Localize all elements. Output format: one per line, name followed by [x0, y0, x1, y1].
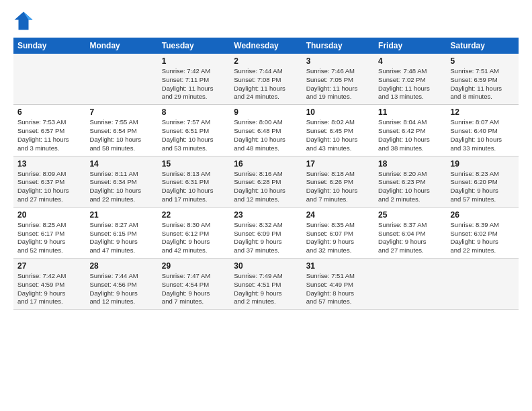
calendar-table: SundayMondayTuesdayWednesdayThursdayFrid…: [13, 38, 519, 310]
calendar-cell: 13Sunrise: 8:09 AM Sunset: 6:37 PM Dayli…: [13, 156, 85, 207]
calendar-cell: 15Sunrise: 8:13 AM Sunset: 6:31 PM Dayli…: [158, 156, 230, 207]
calendar-cell: 12Sunrise: 8:07 AM Sunset: 6:40 PM Dayli…: [447, 105, 519, 156]
day-info: Sunrise: 7:57 AM Sunset: 6:51 PM Dayligh…: [162, 118, 226, 152]
calendar-cell: 7Sunrise: 7:55 AM Sunset: 6:54 PM Daylig…: [85, 105, 157, 156]
page: SundayMondayTuesdayWednesdayThursdayFrid…: [0, 0, 532, 316]
col-header-thursday: Thursday: [302, 38, 374, 54]
calendar-cell: 8Sunrise: 7:57 AM Sunset: 6:51 PM Daylig…: [158, 105, 230, 156]
logo-icon: [13, 11, 34, 31]
logo: [13, 11, 35, 31]
day-number: 21: [89, 210, 153, 220]
day-info: Sunrise: 8:02 AM Sunset: 6:45 PM Dayligh…: [306, 118, 370, 152]
day-number: 2: [234, 56, 298, 66]
col-header-tuesday: Tuesday: [158, 38, 230, 54]
day-number: 5: [451, 56, 515, 66]
day-number: 4: [378, 56, 442, 66]
day-info: Sunrise: 8:07 AM Sunset: 6:40 PM Dayligh…: [451, 118, 515, 152]
day-info: Sunrise: 8:25 AM Sunset: 6:17 PM Dayligh…: [17, 221, 81, 255]
calendar-cell: 25Sunrise: 8:37 AM Sunset: 6:04 PM Dayli…: [374, 207, 446, 258]
day-number: 28: [89, 261, 153, 271]
day-number: 30: [234, 261, 298, 271]
day-number: 3: [306, 56, 370, 66]
calendar-cell: 23Sunrise: 8:32 AM Sunset: 6:09 PM Dayli…: [230, 207, 302, 258]
calendar-cell: 24Sunrise: 8:35 AM Sunset: 6:07 PM Dayli…: [302, 207, 374, 258]
day-number: 26: [451, 210, 515, 220]
day-info: Sunrise: 8:23 AM Sunset: 6:20 PM Dayligh…: [451, 170, 515, 204]
calendar-cell: 29Sunrise: 7:47 AM Sunset: 4:54 PM Dayli…: [158, 259, 230, 310]
calendar-cell: 22Sunrise: 8:30 AM Sunset: 6:12 PM Dayli…: [158, 207, 230, 258]
day-number: 1: [162, 56, 226, 66]
calendar-cell: 20Sunrise: 8:25 AM Sunset: 6:17 PM Dayli…: [13, 207, 85, 258]
calendar-cell: 5Sunrise: 7:51 AM Sunset: 6:59 PM Daylig…: [447, 54, 519, 105]
calendar-cell: 14Sunrise: 8:11 AM Sunset: 6:34 PM Dayli…: [85, 156, 157, 207]
calendar-cell: 6Sunrise: 7:53 AM Sunset: 6:57 PM Daylig…: [13, 105, 85, 156]
calendar-cell: 27Sunrise: 7:42 AM Sunset: 4:59 PM Dayli…: [13, 259, 85, 310]
col-header-friday: Friday: [374, 38, 446, 54]
day-info: Sunrise: 8:32 AM Sunset: 6:09 PM Dayligh…: [234, 221, 298, 255]
day-number: 20: [17, 210, 81, 220]
calendar-cell: 16Sunrise: 8:16 AM Sunset: 6:28 PM Dayli…: [230, 156, 302, 207]
calendar-cell: 9Sunrise: 8:00 AM Sunset: 6:48 PM Daylig…: [230, 105, 302, 156]
day-number: 29: [162, 261, 226, 271]
col-header-sunday: Sunday: [13, 38, 85, 54]
day-info: Sunrise: 7:53 AM Sunset: 6:57 PM Dayligh…: [17, 118, 81, 152]
day-info: Sunrise: 7:42 AM Sunset: 7:11 PM Dayligh…: [162, 67, 226, 101]
day-number: 16: [234, 159, 298, 169]
day-number: 11: [378, 107, 442, 117]
day-info: Sunrise: 7:51 AM Sunset: 6:59 PM Dayligh…: [451, 67, 515, 101]
calendar-cell: 3Sunrise: 7:46 AM Sunset: 7:05 PM Daylig…: [302, 54, 374, 105]
day-info: Sunrise: 7:46 AM Sunset: 7:05 PM Dayligh…: [306, 67, 370, 101]
calendar-cell: 21Sunrise: 8:27 AM Sunset: 6:15 PM Dayli…: [85, 207, 157, 258]
calendar-header-row: SundayMondayTuesdayWednesdayThursdayFrid…: [13, 38, 519, 54]
calendar-week-row: 13Sunrise: 8:09 AM Sunset: 6:37 PM Dayli…: [13, 156, 519, 207]
calendar-cell: 31Sunrise: 7:51 AM Sunset: 4:49 PM Dayli…: [302, 259, 374, 310]
day-info: Sunrise: 8:18 AM Sunset: 6:26 PM Dayligh…: [306, 170, 370, 204]
day-number: 8: [162, 107, 226, 117]
calendar-cell: [447, 259, 519, 310]
day-info: Sunrise: 7:49 AM Sunset: 4:51 PM Dayligh…: [234, 272, 298, 306]
calendar-cell: [13, 54, 85, 105]
calendar-cell: 30Sunrise: 7:49 AM Sunset: 4:51 PM Dayli…: [230, 259, 302, 310]
day-number: 10: [306, 107, 370, 117]
day-info: Sunrise: 8:30 AM Sunset: 6:12 PM Dayligh…: [162, 221, 226, 255]
calendar-week-row: 20Sunrise: 8:25 AM Sunset: 6:17 PM Dayli…: [13, 207, 519, 258]
calendar-cell: 11Sunrise: 8:04 AM Sunset: 6:42 PM Dayli…: [374, 105, 446, 156]
day-number: 14: [89, 159, 153, 169]
day-number: 31: [306, 261, 370, 271]
day-info: Sunrise: 7:44 AM Sunset: 4:56 PM Dayligh…: [89, 272, 153, 306]
day-number: 9: [234, 107, 298, 117]
day-info: Sunrise: 8:20 AM Sunset: 6:23 PM Dayligh…: [378, 170, 442, 204]
day-info: Sunrise: 7:47 AM Sunset: 4:54 PM Dayligh…: [162, 272, 226, 306]
day-info: Sunrise: 7:42 AM Sunset: 4:59 PM Dayligh…: [17, 272, 81, 306]
day-info: Sunrise: 7:51 AM Sunset: 4:49 PM Dayligh…: [306, 272, 370, 306]
col-header-saturday: Saturday: [447, 38, 519, 54]
day-number: 13: [17, 159, 81, 169]
calendar-cell: [374, 259, 446, 310]
day-number: 6: [17, 107, 81, 117]
day-number: 27: [17, 261, 81, 271]
calendar-cell: 18Sunrise: 8:20 AM Sunset: 6:23 PM Dayli…: [374, 156, 446, 207]
day-info: Sunrise: 8:35 AM Sunset: 6:07 PM Dayligh…: [306, 221, 370, 255]
day-info: Sunrise: 8:00 AM Sunset: 6:48 PM Dayligh…: [234, 118, 298, 152]
day-info: Sunrise: 7:48 AM Sunset: 7:02 PM Dayligh…: [378, 67, 442, 101]
day-number: 23: [234, 210, 298, 220]
day-info: Sunrise: 8:27 AM Sunset: 6:15 PM Dayligh…: [89, 221, 153, 255]
calendar-cell: 17Sunrise: 8:18 AM Sunset: 6:26 PM Dayli…: [302, 156, 374, 207]
day-number: 15: [162, 159, 226, 169]
day-number: 25: [378, 210, 442, 220]
day-number: 19: [451, 159, 515, 169]
calendar-cell: 28Sunrise: 7:44 AM Sunset: 4:56 PM Dayli…: [85, 259, 157, 310]
svg-marker-0: [15, 12, 33, 30]
calendar-week-row: 6Sunrise: 7:53 AM Sunset: 6:57 PM Daylig…: [13, 105, 519, 156]
calendar-cell: 19Sunrise: 8:23 AM Sunset: 6:20 PM Dayli…: [447, 156, 519, 207]
col-header-wednesday: Wednesday: [230, 38, 302, 54]
day-number: 17: [306, 159, 370, 169]
day-info: Sunrise: 8:11 AM Sunset: 6:34 PM Dayligh…: [89, 170, 153, 204]
calendar-cell: 10Sunrise: 8:02 AM Sunset: 6:45 PM Dayli…: [302, 105, 374, 156]
day-number: 18: [378, 159, 442, 169]
calendar-week-row: 27Sunrise: 7:42 AM Sunset: 4:59 PM Dayli…: [13, 259, 519, 310]
day-info: Sunrise: 7:44 AM Sunset: 7:08 PM Dayligh…: [234, 67, 298, 101]
day-info: Sunrise: 7:55 AM Sunset: 6:54 PM Dayligh…: [89, 118, 153, 152]
day-info: Sunrise: 8:09 AM Sunset: 6:37 PM Dayligh…: [17, 170, 81, 204]
day-number: 22: [162, 210, 226, 220]
